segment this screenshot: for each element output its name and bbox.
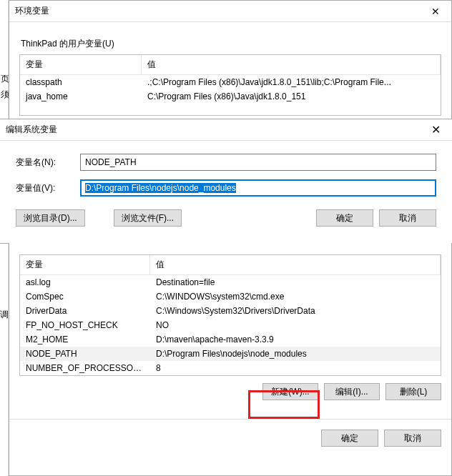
var-name-cell: asl.log: [20, 275, 150, 289]
var-value-label: 变量值(V):: [16, 182, 80, 194]
close-icon[interactable]: ✕: [420, 119, 452, 141]
var-name-label: 变量名(N):: [16, 157, 80, 169]
system-vars-panel: 变量 值 asl.logDestination=fileComSpecC:\WI…: [9, 243, 452, 476]
table-row[interactable]: FP_NO_HOST_CHECKNO: [20, 318, 441, 332]
var-value-cell: 8: [150, 361, 441, 375]
browse-file-button[interactable]: 浏览文件(F)...: [114, 209, 182, 227]
var-name-input[interactable]: [80, 154, 436, 171]
var-name-cell: NUMBER_OF_PROCESSORS: [20, 361, 150, 375]
table-row[interactable]: NUMBER_OF_PROCESSORS8: [20, 361, 441, 375]
var-name-cell: M2_HOME: [20, 332, 150, 347]
table-row[interactable]: ComSpecC:\WINDOWS\system32\cmd.exe: [20, 289, 441, 304]
env-vars-titlebar: 环境变量 ✕: [9, 1, 451, 22]
new-button[interactable]: 新建(W)...: [262, 383, 318, 400]
edit-dialog-titlebar: 编辑系统变量 ✕: [0, 119, 452, 141]
var-value-cell: D:\Program Files\nodejs\node_modules: [150, 347, 441, 361]
cancel-button[interactable]: 取消: [384, 430, 441, 447]
table-row[interactable]: java_homeC:\Program Files (x86)\Java\jdk…: [20, 89, 441, 104]
var-name-cell: DriverData: [20, 304, 150, 318]
var-name-cell: ComSpec: [20, 289, 150, 304]
var-value-input[interactable]: D:\Program Files\nodejs\node_modules: [80, 179, 436, 197]
var-value-cell: NO: [150, 318, 441, 332]
col-val-header[interactable]: 值: [142, 55, 441, 74]
var-value-cell: C:\WINDOWS\system32\cmd.exe: [150, 289, 441, 304]
table-row[interactable]: M2_HOMED:\maven\apache-maven-3.3.9: [20, 332, 441, 347]
system-vars-table[interactable]: 变量 值 asl.logDestination=fileComSpecC:\WI…: [19, 254, 441, 376]
col-var-header[interactable]: 变量: [20, 55, 142, 74]
user-vars-table[interactable]: 变量 值 classpath.;C:\Program Files (x86)\J…: [19, 54, 441, 116]
edit-system-var-dialog: 编辑系统变量 ✕ 变量名(N): 变量值(V): D:\Program File…: [0, 119, 452, 244]
browse-dir-button[interactable]: 浏览目录(D)...: [16, 209, 85, 227]
edit-button[interactable]: 编辑(I)...: [324, 383, 380, 400]
table-row[interactable]: NODE_PATHD:\Program Files\nodejs\node_mo…: [20, 347, 441, 361]
var-name-cell: classpath: [20, 75, 142, 89]
delete-button[interactable]: 删除(L): [385, 383, 441, 400]
var-value-cell: C:\Program Files (x86)\Java\jdk1.8.0_151: [142, 89, 441, 104]
close-icon[interactable]: ✕: [419, 1, 451, 22]
ok-button[interactable]: 确定: [321, 430, 378, 447]
table-row[interactable]: classpath.;C:\Program Files (x86)\Java\j…: [20, 75, 441, 89]
cancel-button[interactable]: 取消: [379, 209, 436, 227]
var-name-cell: java_home: [20, 89, 142, 104]
var-value-cell: C:\Windows\System32\Drivers\DriverData: [150, 304, 441, 318]
var-value-cell: .;C:\Program Files (x86)\Java\jdk1.8.0_1…: [142, 75, 441, 89]
ok-button[interactable]: 确定: [316, 209, 373, 227]
var-name-cell: FP_NO_HOST_CHECK: [20, 318, 150, 332]
col-val-header[interactable]: 值: [150, 255, 441, 274]
user-vars-group-label: ThinkPad 的用户变量(U): [21, 38, 441, 50]
var-value-cell: D:\maven\apache-maven-3.3.9: [150, 332, 441, 347]
table-header: 变量 值: [20, 55, 441, 75]
table-row[interactable]: DriverDataC:\Windows\System32\Drivers\Dr…: [20, 304, 441, 318]
var-value-cell: Destination=file: [150, 275, 441, 289]
bg-text: 调: [0, 309, 9, 321]
edit-dialog-title: 编辑系统变量: [0, 124, 57, 136]
table-header: 变量 值: [20, 255, 441, 275]
env-vars-title: 环境变量: [9, 5, 49, 17]
col-var-header[interactable]: 变量: [20, 255, 150, 274]
var-name-cell: NODE_PATH: [20, 347, 150, 361]
table-row[interactable]: asl.logDestination=file: [20, 275, 441, 289]
